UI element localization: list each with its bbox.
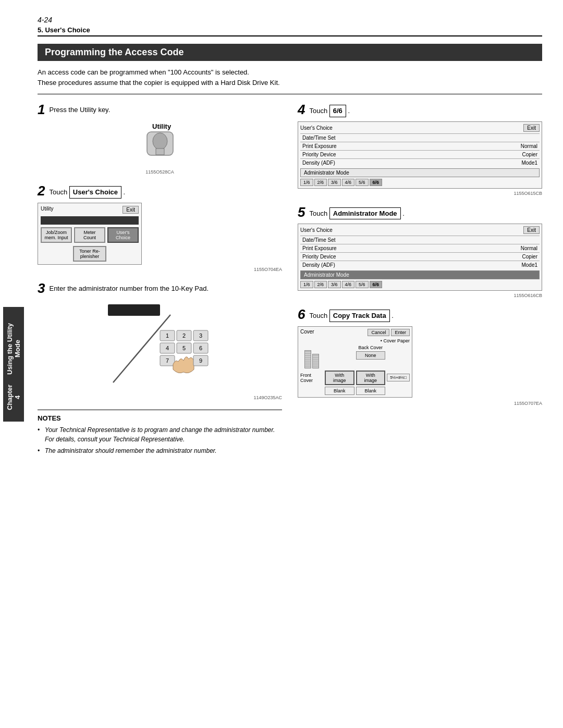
cover-icon-1 xyxy=(304,350,311,368)
step-5-row-datetime: Date/Time Set xyxy=(300,236,540,244)
svg-text:Utility: Utility xyxy=(152,122,172,130)
utility-buttons-row: Job/Zoommem. Input MeterCount User'sChoi… xyxy=(41,227,139,243)
job-zoom-btn[interactable]: Job/Zoommem. Input xyxy=(41,227,72,243)
step-4-text: Touch 6/6 . xyxy=(309,103,350,117)
step-5-admin-row-selected: Administrator Mode xyxy=(300,270,540,279)
size-btn[interactable]: 5½×8½□ xyxy=(387,374,410,381)
left-column: 1 Press the Utility key. Utility 1155O52… xyxy=(38,103,282,458)
step-2-number: 2 xyxy=(38,184,45,198)
back-with-image-btn[interactable]: With image xyxy=(356,371,386,385)
step-4-header: 4 Touch 6/6 . xyxy=(298,103,542,117)
svg-rect-3 xyxy=(156,149,164,155)
utility-exit-btn[interactable]: Exit xyxy=(123,206,139,214)
svg-text:2: 2 xyxy=(182,332,185,339)
tab-5-6[interactable]: 5/6 xyxy=(356,179,369,186)
step-5-tab-3-6[interactable]: 3/6 xyxy=(328,281,341,288)
cover-icon-2 xyxy=(312,354,319,368)
step-5-screen-title: User's Choice xyxy=(300,227,333,233)
front-cover-row: Front Cover With image With image 5½×8½□ xyxy=(300,371,410,385)
keypad-svg: 1 2 3 4 5 6 xyxy=(97,299,223,393)
cover-title: Cover xyxy=(300,329,314,336)
step-4-row-datetime: Date/Time Set xyxy=(300,133,540,142)
step-2-button[interactable]: User's Choice xyxy=(69,186,121,199)
utility-key-image: Utility 1155O528CA xyxy=(38,120,282,175)
step-1-header: 1 Press the Utility key. xyxy=(38,103,282,116)
right-column: 4 Touch 6/6 . User's Choice Exit Date/Ti… xyxy=(298,103,542,458)
utility-title-bar: Utility Exit xyxy=(41,206,139,214)
note-2: The administrator should remember the ad… xyxy=(38,446,282,455)
intro-line-1: An access code can be programmed when "1… xyxy=(38,67,542,78)
step-4: 4 Touch 6/6 . User's Choice Exit Date/Ti… xyxy=(298,103,542,196)
step-5-tab-4-6[interactable]: 4/6 xyxy=(342,281,355,288)
step-6-header: 6 Touch Copy Track Data . xyxy=(298,307,542,322)
step-2-caption: 1155O704EA xyxy=(38,267,282,272)
step-4-screen-title: User's Choice xyxy=(300,125,333,131)
step-5-tab-6-6-active[interactable]: 6/6 xyxy=(370,281,383,288)
side-tab: Chapter 4 Using the Utility Mode xyxy=(0,0,27,728)
tab-3-6[interactable]: 3/6 xyxy=(328,179,341,186)
step-5-screen-title-bar: User's Choice Exit xyxy=(300,226,540,234)
utility-selected-bar xyxy=(41,216,139,225)
utility-key-svg: Utility xyxy=(126,120,194,167)
step-4-exit-btn[interactable]: Exit xyxy=(523,124,540,132)
step-5-row-print: Print Exposure Normal xyxy=(300,244,540,252)
step-5-tabs: 1/6 2/6 3/6 4/6 5/6 6/6 xyxy=(300,281,540,288)
tab-6-6-active[interactable]: 6/6 xyxy=(370,179,383,186)
step-1-text: Press the Utility key. xyxy=(49,103,110,115)
intro-text: An access code can be programmed when "1… xyxy=(38,67,542,94)
tab-1-6[interactable]: 1/6 xyxy=(300,179,313,186)
front-blank-btn[interactable]: Blank xyxy=(325,387,354,395)
step-5: 5 Touch Administrator Mode . User's Choi… xyxy=(298,205,542,299)
step-4-screen-title-bar: User's Choice Exit xyxy=(300,124,540,132)
svg-text:7: 7 xyxy=(165,357,168,364)
step-5-button[interactable]: Administrator Mode xyxy=(329,207,401,220)
blank-row: Blank Blank xyxy=(300,387,410,395)
tab-2-6[interactable]: 2/6 xyxy=(314,179,327,186)
chapter-title: Programming the Access Code xyxy=(38,44,542,61)
svg-text:3: 3 xyxy=(199,332,202,339)
svg-point-2 xyxy=(153,133,167,150)
step-6-text: Touch Copy Track Data . xyxy=(309,307,393,322)
step-3-header: 3 Enter the administrator number from th… xyxy=(38,281,282,295)
step-2: 2 Touch User's Choice . Utility Exit xyxy=(38,184,282,272)
svg-rect-4 xyxy=(108,304,160,316)
cover-enter-btn[interactable]: Enter xyxy=(391,329,410,336)
cover-paper-label: • Cover Paper xyxy=(300,338,410,343)
step-1: 1 Press the Utility key. Utility 1155O52… xyxy=(38,103,282,175)
cover-grid: Back Cover None xyxy=(300,345,410,368)
step-5-tab-5-6[interactable]: 5/6 xyxy=(356,281,369,288)
step-4-screen: User's Choice Exit Date/Time Set Print E… xyxy=(298,121,542,189)
front-with-image-btn[interactable]: With image xyxy=(325,371,354,385)
step-5-tab-2-6[interactable]: 2/6 xyxy=(314,281,327,288)
step-1-number: 1 xyxy=(38,103,45,116)
mode-label: Using the Utility Mode xyxy=(6,317,21,380)
step-5-row-density: Density (ADF) Mode1 xyxy=(300,261,540,269)
section-header: 5. User's Choice xyxy=(38,26,542,36)
step-3: 3 Enter the administrator number from th… xyxy=(38,281,282,400)
back-cover-area: Back Cover None xyxy=(356,345,386,360)
meter-count-btn[interactable]: MeterCount xyxy=(74,227,105,243)
intro-line-2: These procedures assume that the copier … xyxy=(38,78,542,88)
back-blank-btn[interactable]: Blank xyxy=(356,387,386,395)
keypad-area: 1 2 3 4 5 6 xyxy=(38,299,282,400)
step-2-screen: Utility Exit Job/Zoommem. Input MeterCou… xyxy=(38,203,142,265)
utility-screen-title: Utility xyxy=(41,206,53,214)
users-choice-btn[interactable]: User'sChoice xyxy=(107,227,139,243)
step-5-caption: 1155O616CB xyxy=(298,293,542,298)
toner-btn-row: Toner Re-plenisher xyxy=(41,246,139,262)
step-4-button[interactable]: 6/6 xyxy=(329,105,346,117)
page-number: 4-24 xyxy=(38,16,542,24)
step-2-header: 2 Touch User's Choice . xyxy=(38,184,282,199)
cover-cancel-btn[interactable]: Cancel xyxy=(368,329,389,336)
step-6-button[interactable]: Copy Track Data xyxy=(329,310,390,322)
notes-title: NOTES xyxy=(38,414,282,422)
step-5-exit-btn[interactable]: Exit xyxy=(523,226,540,234)
note-1: Your Technical Representative is to prog… xyxy=(38,425,282,444)
step-5-tab-1-6[interactable]: 1/6 xyxy=(300,281,313,288)
tab-4-6[interactable]: 4/6 xyxy=(342,179,355,186)
notes-text: Your Technical Representative is to prog… xyxy=(38,425,282,455)
main-content: 4-24 5. User's Choice Programming the Ac… xyxy=(27,0,563,728)
step-2-text: Touch User's Choice . xyxy=(49,184,125,199)
toner-replenisher-btn[interactable]: Toner Re-plenisher xyxy=(73,246,106,262)
cover-buttons: Cancel Enter xyxy=(368,329,410,336)
